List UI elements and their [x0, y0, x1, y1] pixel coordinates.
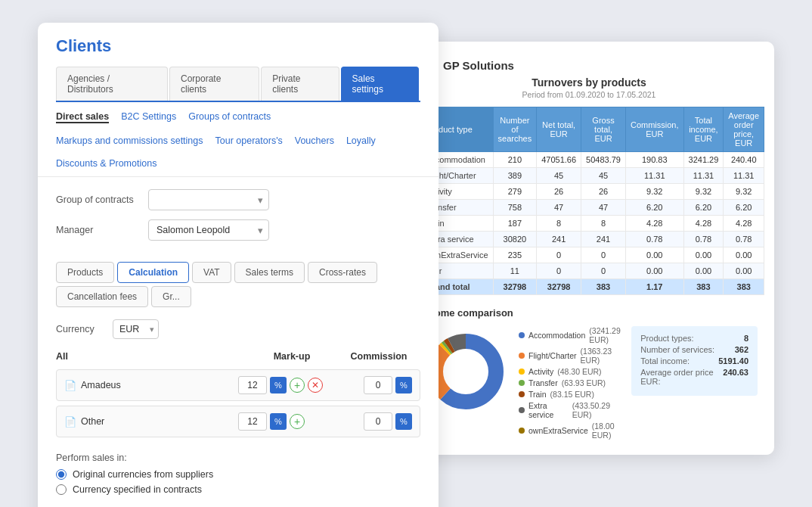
currency-select[interactable]: EUR: [113, 319, 159, 339]
grand-total-gross: 383: [581, 279, 626, 295]
other-commission-percent-button[interactable]: %: [395, 413, 412, 430]
legend-dot: [519, 369, 525, 375]
cell-avg-price: 6.20: [724, 200, 764, 216]
th-total-income: Total income, EUR: [683, 107, 724, 152]
summary-income-label: Total income:: [640, 356, 690, 365]
sec-tab-products[interactable]: Products: [56, 262, 114, 283]
cell-avg-price: 0.00: [724, 263, 764, 279]
cell-gross: 47: [581, 200, 626, 216]
cell-avg-price: 0.78: [724, 232, 764, 247]
report-period: Period from 01.09.2020 to 17.05.2021: [420, 90, 758, 99]
sec-tab-sales-terms[interactable]: Sales terms: [234, 262, 305, 283]
subnav-tour-operators[interactable]: Tour operators's: [215, 135, 283, 146]
subnav-direct-sales[interactable]: Direct sales: [56, 111, 109, 123]
subnav-markups[interactable]: Markups and commissions settings: [56, 135, 203, 146]
currency-row: Currency EUR: [38, 319, 439, 339]
other-add-button[interactable]: +: [290, 414, 305, 429]
cell-gross: 0: [581, 247, 626, 263]
group-contracts-select-wrapper: [148, 189, 269, 210]
subnav-vouchers[interactable]: Vouchers: [295, 135, 334, 146]
cell-searches: 187: [493, 216, 537, 232]
cell-searches: 30820: [493, 232, 537, 247]
markup-row-amadeus: 📄 Amadeus % + ✕ %: [56, 369, 420, 401]
subnav-groups[interactable]: Groups of contracts: [188, 111, 271, 123]
legend-label: ownExtraService: [528, 426, 588, 435]
doc-icon-amadeus: 📄: [64, 380, 76, 391]
legend-label: Train: [528, 390, 547, 399]
cell-gross: 50483.79: [581, 152, 626, 168]
cell-avg-price: 9.32: [724, 184, 764, 200]
cell-net: 0: [537, 263, 581, 279]
legend-dot: [519, 428, 525, 434]
grand-total-searches: 32798: [493, 279, 537, 295]
income-title: Income comparison: [420, 307, 758, 319]
radio-label-contract: Currency specified in contracts: [73, 484, 202, 495]
summary-product-types-value: 8: [744, 334, 748, 343]
amadeus-markup-input[interactable]: [238, 376, 267, 394]
cell-commission: 6.20: [625, 200, 683, 216]
legend-value: (3241.29 EUR): [589, 326, 624, 344]
sec-tab-gr[interactable]: Gr...: [151, 286, 191, 307]
manager-select[interactable]: Salomon Leopold: [148, 219, 269, 241]
legend-label: Transfer: [528, 378, 558, 387]
currency-label: Currency: [56, 324, 105, 334]
th-commission: Commission, EUR: [625, 107, 683, 152]
table-row: Transfer 758 47 47 6.20 6.20 6.20: [421, 200, 764, 216]
legend-item: Extra service (433.50.29 EUR): [519, 401, 624, 419]
cell-commission: 11.31: [625, 168, 683, 184]
th-searches: Number of searches: [493, 107, 537, 152]
amadeus-delete-button[interactable]: ✕: [308, 378, 323, 393]
other-commission-input[interactable]: [364, 412, 392, 431]
cell-avg-price: 11.31: [724, 168, 764, 184]
cell-total-income: 0.00: [683, 247, 724, 263]
report-brand: GP Solutions: [443, 59, 514, 72]
radio-original-currencies[interactable]: [56, 469, 67, 480]
summary-row-income: Total income: 5191.40: [640, 356, 748, 365]
legend-item: ownExtraService (18.00 EUR): [519, 421, 624, 440]
client-title: Clients: [56, 36, 420, 56]
radio-row-original: Original currencies from suppliers: [56, 469, 420, 480]
subnav-loyally[interactable]: Loyally: [346, 135, 376, 146]
cell-commission: 9.32: [625, 184, 683, 200]
sec-tab-cancellation[interactable]: Cancellation fees: [56, 286, 148, 307]
amadeus-commission-percent-button[interactable]: %: [395, 377, 412, 393]
legend-list: Accommodation (3241.29 EUR) Flight/Chart…: [519, 326, 624, 440]
other-markup-input[interactable]: [238, 412, 267, 431]
cell-net: 241: [537, 232, 581, 247]
sec-tab-calculation[interactable]: Calculation: [117, 262, 189, 283]
sec-tab-cross-rates[interactable]: Cross-rates: [308, 262, 377, 283]
other-percent-button[interactable]: %: [270, 413, 287, 430]
cell-gross: 45: [581, 168, 626, 184]
cell-total-income: 9.32: [683, 184, 724, 200]
tab-agencies[interactable]: Agencies / Distributors: [56, 67, 168, 101]
tab-private[interactable]: Private clients: [261, 67, 339, 101]
summary-product-types-label: Product types:: [640, 334, 693, 343]
cell-searches: 210: [493, 152, 537, 168]
manager-row: Manager Salomon Leopold: [56, 219, 420, 241]
th-avg-price: Average order price, EUR: [724, 107, 764, 152]
amadeus-commission-input[interactable]: [364, 376, 392, 394]
radio-currency-contracts[interactable]: [56, 484, 67, 495]
cell-searches: 235: [493, 247, 537, 263]
group-contracts-select[interactable]: [148, 189, 269, 210]
form-section: Group of contracts Manager Salomon Leopo…: [38, 177, 439, 262]
amadeus-percent-button[interactable]: %: [270, 377, 287, 393]
subnav-b2c[interactable]: B2C Settings: [121, 111, 176, 123]
tab-sales-settings[interactable]: Sales settings: [341, 67, 419, 101]
cell-net: 47051.66: [537, 152, 581, 168]
cell-net: 0: [537, 247, 581, 263]
subnav-discounts[interactable]: Discounts & Promotions: [56, 158, 157, 169]
report-card: GP Solutions Turnovers by products Perio…: [404, 42, 774, 455]
legend-value: (18.00 EUR): [592, 421, 624, 440]
other-label: Other: [81, 416, 104, 427]
legend-item: Train (83.15 EUR): [519, 390, 624, 399]
cell-net: 45: [537, 168, 581, 184]
tab-corporate[interactable]: Corporate clients: [169, 67, 259, 101]
cell-commission: 0.00: [625, 247, 683, 263]
cell-total-income: 3241.29: [683, 152, 724, 168]
amadeus-add-button[interactable]: +: [290, 378, 305, 393]
cell-gross: 8: [581, 216, 626, 232]
other-name: 📄 Other: [64, 416, 238, 428]
sec-tab-vat[interactable]: VAT: [192, 262, 231, 283]
report-title: Turnovers by products: [420, 76, 758, 89]
